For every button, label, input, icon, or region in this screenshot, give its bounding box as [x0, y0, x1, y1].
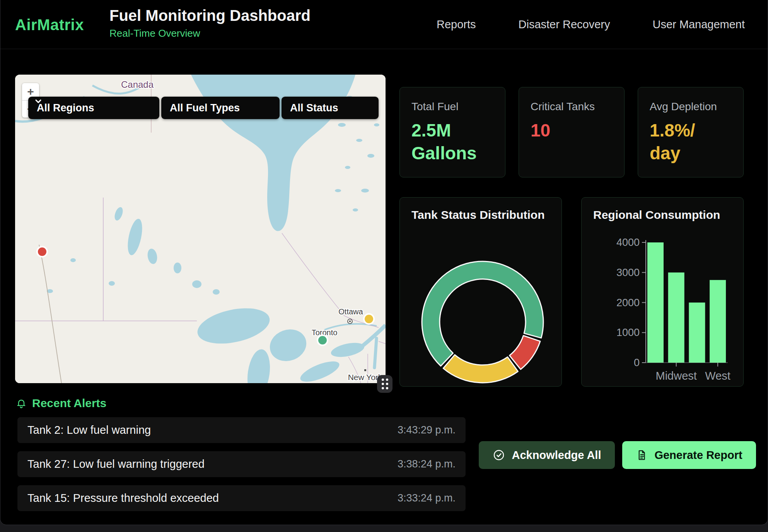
nav-item-user-management[interactable]: User Management — [652, 18, 745, 31]
donut-segment — [510, 336, 540, 369]
bell-icon — [16, 397, 27, 409]
alerts-heading: Recent Alerts — [32, 397, 106, 410]
region-filter-dropdown[interactable]: All Regions — [28, 97, 159, 119]
donut-segment — [443, 355, 518, 383]
recent-alerts-header: Recent Alerts — [16, 397, 106, 410]
alert-text: Tank 27: Low fuel warning triggered — [27, 458, 205, 471]
alert-text: Tank 15: Pressure threshold exceeded — [27, 492, 219, 505]
stat-label: Avg Depletion — [650, 101, 732, 113]
y-axis-tick-label: 0 — [634, 357, 640, 368]
main-nav: Reports Disaster Recovery User Managemen… — [437, 0, 745, 49]
title-block: Fuel Monitoring Dashboard Real-Time Over… — [109, 7, 311, 39]
alert-timestamp: 3:38:24 p.m. — [398, 458, 456, 470]
stat-value: 2.5M Gallons — [411, 119, 487, 165]
stat-value: 1.8%/day — [650, 119, 704, 165]
document-icon — [636, 449, 647, 461]
stat-card-critical-tanks: Critical Tanks 10 — [519, 87, 625, 177]
x-axis-tick-label: Midwest — [656, 370, 697, 382]
button-label: Acknowledge All — [512, 449, 601, 462]
map-marker-warning[interactable] — [364, 314, 374, 324]
map-filter-bar: All Regions All Fuel Types All Status — [28, 97, 379, 119]
header: AirMatrix Fuel Monitoring Dashboard Real… — [0, 0, 768, 49]
nav-item-reports[interactable]: Reports — [437, 18, 476, 31]
dashboard-root: AirMatrix Fuel Monitoring Dashboard Real… — [0, 0, 768, 525]
stat-card-total-fuel: Total Fuel 2.5M Gallons — [399, 87, 505, 177]
y-axis-tick-label: 3000 — [616, 267, 640, 278]
map-marker-normal[interactable] — [317, 335, 328, 345]
generate-report-button[interactable]: Generate Report — [622, 441, 756, 469]
x-axis-tick-label: West — [705, 370, 730, 382]
bar-2 — [689, 303, 705, 363]
y-axis-tick-label: 1000 — [616, 327, 640, 338]
y-axis-tick-label: 4000 — [616, 237, 640, 248]
page-title: Fuel Monitoring Dashboard — [109, 7, 311, 24]
stat-value: 10 — [531, 119, 606, 142]
check-circle-icon — [493, 449, 505, 461]
stat-card-avg-depletion: Avg Depletion 1.8%/day — [638, 87, 744, 177]
bar-1 — [668, 273, 684, 363]
bar-chart: 01000200030004000MidwestWest — [582, 198, 744, 387]
donut-chart — [400, 198, 562, 387]
regional-consumption-chart-card: Regional Consumption 01000200030004000Mi… — [581, 197, 744, 387]
status-filter-label: All Status — [290, 102, 338, 114]
alert-row[interactable]: Tank 15: Pressure threshold exceeded 3:3… — [17, 485, 466, 511]
chevron-down-icon — [34, 97, 43, 106]
brand-logo: AirMatrix — [15, 16, 84, 34]
stat-label: Total Fuel — [411, 101, 493, 113]
map-marker-critical[interactable] — [37, 247, 47, 257]
region-filter-label: All Regions — [37, 102, 94, 114]
bar-0 — [647, 242, 664, 363]
bar-3 — [710, 280, 726, 363]
button-label: Generate Report — [654, 449, 742, 462]
status-filter-dropdown[interactable]: All Status — [282, 97, 379, 119]
drag-handle-icon[interactable] — [377, 375, 393, 393]
alert-timestamp: 3:43:29 p.m. — [398, 424, 456, 436]
alert-timestamp: 3:33:24 p.m. — [398, 492, 456, 504]
stat-label: Critical Tanks — [531, 101, 613, 113]
fuel-type-filter-dropdown[interactable]: All Fuel Types — [161, 97, 280, 119]
map-label-ottawa: Ottawa — [338, 307, 363, 316]
map-label-canada: Canada — [121, 79, 154, 90]
map-canvas: Canada Ottawa Toronto New York — [15, 75, 386, 383]
tank-status-chart-card: Tank Status Distribution — [399, 197, 562, 387]
page-subtitle: Real-Time Overview — [109, 27, 311, 39]
fuel-map[interactable]: Canada Ottawa Toronto New York + − All R… — [15, 75, 386, 383]
acknowledge-all-button[interactable]: Acknowledge All — [479, 441, 615, 469]
y-axis-tick-label: 2000 — [616, 297, 640, 309]
alert-row[interactable]: Tank 2: Low fuel warning 3:43:29 p.m. — [17, 417, 466, 443]
nav-item-disaster-recovery[interactable]: Disaster Recovery — [519, 18, 610, 31]
alert-text: Tank 2: Low fuel warning — [27, 424, 151, 437]
fuel-type-filter-label: All Fuel Types — [170, 102, 240, 114]
alert-row[interactable]: Tank 27: Low fuel warning triggered 3:38… — [17, 451, 466, 477]
